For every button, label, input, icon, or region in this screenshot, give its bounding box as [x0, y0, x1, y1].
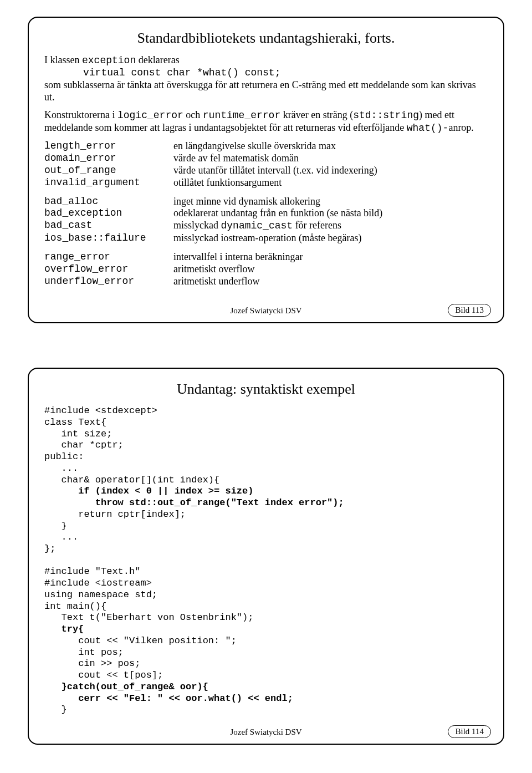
slide-author: Jozef Swiatycki DSV — [230, 728, 301, 737]
term: bad_alloc — [44, 196, 169, 208]
text: kräver en sträng ( — [280, 109, 353, 120]
slide-body: I klassen exception deklareras virtual c… — [44, 54, 488, 288]
code-inline: runtime_error — [203, 110, 280, 121]
text: och — [183, 109, 203, 120]
code-line: if (index < 0 || index >= size) — [44, 486, 253, 496]
code-line: } — [44, 521, 67, 531]
slide-number-badge: Bild 113 — [448, 304, 491, 317]
code-inline: logic_error — [117, 110, 183, 121]
code-line: ... — [44, 463, 78, 474]
code-line: }catch(out_of_range& oor){ — [44, 682, 208, 692]
slide-number-badge: Bild 114 — [448, 725, 491, 738]
code-line: char *cptr; — [44, 440, 124, 450]
code-block: #include <stdexcept> class Text{ int siz… — [44, 405, 488, 716]
code-line: class Text{ — [44, 417, 106, 428]
text: I klassen — [44, 54, 82, 65]
term: range_error — [44, 251, 169, 263]
definitions-group-3: range_errorintervallfel i interna beräkn… — [44, 251, 488, 288]
term: bad_cast — [44, 220, 169, 232]
definition: en längdangivelse skulle överskrida max — [173, 140, 488, 152]
term: invalid_argument — [44, 177, 169, 189]
code-line: throw std::out_of_range("Text index erro… — [44, 497, 344, 508]
definitions-group-2: bad_allocinget minne vid dynamisk alloke… — [44, 196, 488, 245]
code-inline: what()- — [407, 123, 449, 134]
definition: misslyckad dynamic_cast för referens — [173, 220, 488, 232]
code-line: cout << "Vilken position: "; — [44, 635, 237, 646]
term: domain_error — [44, 152, 169, 165]
definition: intervallfel i interna beräkningar — [173, 251, 488, 263]
definition: aritmetiskt overflow — [173, 263, 488, 276]
code-line: Text t("Eberhart von Ostenbrink"); — [44, 612, 253, 623]
code-line: cout << t[pos]; — [44, 670, 163, 680]
term: out_of_range — [44, 165, 169, 177]
slide-114: Undantag: syntaktiskt exempel #include <… — [28, 368, 504, 745]
code-line: cerr << "Fel: " << oor.what() << endl; — [44, 693, 293, 704]
text: anrop. — [448, 122, 473, 133]
code-line: int main(){ — [44, 601, 106, 612]
code-line: virtual const char *what() const; — [44, 67, 488, 79]
definition: värde av fel matematisk domän — [173, 152, 488, 165]
intro-paragraph: I klassen exception deklareras virtual c… — [44, 54, 488, 104]
code-line: #include "Text.h" — [44, 566, 140, 577]
code-line: } — [44, 704, 67, 715]
text: Konstruktorerna i — [44, 109, 117, 120]
code-line: }; — [44, 543, 55, 554]
constructor-paragraph: Konstruktorerna i logic_error och runtim… — [44, 109, 488, 135]
code-line: using namespace std; — [44, 589, 157, 600]
code-line: #include <iostream> — [44, 578, 152, 588]
text: deklareras — [136, 54, 179, 65]
term: bad_exception — [44, 207, 169, 220]
definition: aritmetiskt underflow — [173, 276, 488, 288]
definition: inget minne vid dynamisk allokering — [173, 196, 488, 208]
code-line: char& operator[](int index){ — [44, 475, 219, 485]
code-line: int size; — [44, 429, 112, 439]
definition: odeklarerat undantag från en funktion (s… — [173, 207, 488, 220]
code-line: public: — [44, 451, 84, 462]
code-inline: std::string — [353, 110, 419, 121]
code-line: #include <stdexcept> — [44, 405, 157, 416]
code-line: cin >> pos; — [44, 658, 140, 669]
definitions-group-1: length_erroren längdangivelse skulle öve… — [44, 140, 488, 189]
text: som subklasserna är tänkta att överskugg… — [44, 79, 476, 103]
code-line: try{ — [44, 624, 84, 634]
term: underflow_error — [44, 276, 169, 288]
definition: otillåtet funktionsargument — [173, 177, 488, 189]
code-line: return cptr[index]; — [44, 509, 186, 520]
term: ios_base::failure — [44, 232, 169, 245]
code-inline: exception — [82, 55, 136, 66]
code-line: int pos; — [44, 647, 124, 658]
slide-title: Undantag: syntaktiskt exempel — [44, 381, 488, 398]
definition: värde utanför tillåtet intervall (t.ex. … — [173, 165, 488, 177]
slide-author: Jozef Swiatycki DSV — [230, 306, 301, 316]
term: length_error — [44, 140, 169, 152]
definition: misslyckad iostream-operation (måste beg… — [173, 232, 488, 245]
term: overflow_error — [44, 263, 169, 276]
slide-title: Standardbibliotekets undantagshieraki, f… — [44, 30, 488, 47]
code-line: ... — [44, 532, 78, 542]
slide-113: Standardbibliotekets undantagshieraki, f… — [28, 17, 504, 323]
